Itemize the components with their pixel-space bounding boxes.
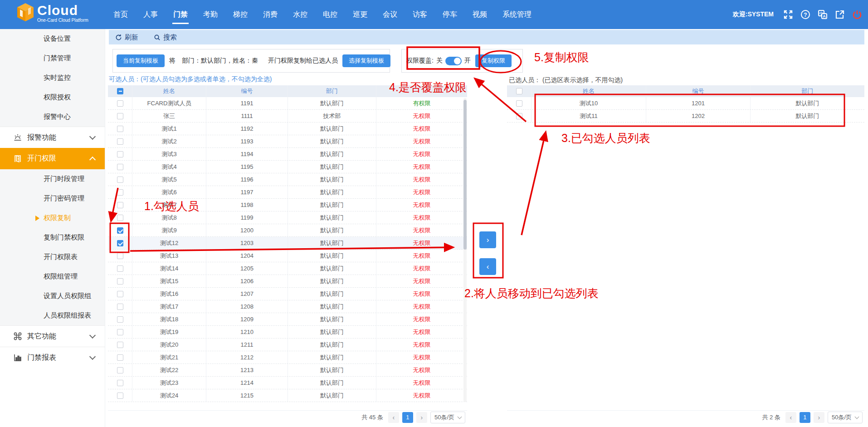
table-row[interactable]: 测试221213默认部门无权限 [108,364,467,377]
table-row[interactable]: 测试161207默认部门无权限 [108,288,467,300]
sidebar-item-device-location[interactable]: 设备位置 [0,29,105,49]
table-row[interactable]: 测试101201默认部门 [507,97,864,110]
page-size-select[interactable]: 50条/页 [828,412,863,423]
table-row[interactable]: 测试201211默认部门无权限 [108,339,467,351]
nav-item-video[interactable]: 视频 [472,8,488,21]
table-row[interactable]: 测试81199默认部门无权限 [108,211,467,224]
row-checkbox[interactable] [117,100,123,107]
sidebar-item-alarm-center[interactable]: 报警中心 [0,107,105,127]
row-checkbox[interactable] [516,100,522,107]
row-checkbox[interactable] [117,189,123,196]
left-table-scrollbar[interactable] [463,98,467,402]
nav-item-electric[interactable]: 电控 [322,8,338,21]
nav-item-visitor[interactable]: 访客 [412,8,428,21]
row-checkbox[interactable] [117,393,123,399]
row-checkbox[interactable] [516,113,522,119]
table-row[interactable]: 测试151206默认部门无权限 [108,275,467,288]
row-checkbox[interactable] [117,304,123,310]
row-checkbox[interactable] [117,380,123,386]
table-row[interactable]: 测试241215默认部门无权限 [108,389,467,402]
nav-item-consume[interactable]: 消费 [262,8,278,21]
row-checkbox[interactable] [117,329,123,335]
table-row[interactable]: 测试41195默认部门无权限 [108,161,467,173]
help-icon[interactable]: ? [800,9,811,20]
table-row[interactable]: 测试71198默认部门无权限 [108,199,467,211]
row-checkbox[interactable] [117,367,123,373]
prev-page-button[interactable]: ‹ [388,412,399,423]
table-row[interactable]: 测试31194默认部门无权限 [108,148,467,161]
scrollbar-thumb[interactable] [463,100,467,250]
row-checkbox[interactable] [117,138,123,145]
new-window-icon[interactable] [834,9,845,20]
current-template-button[interactable]: 当前复制模板 [117,54,165,67]
sidebar-item-door-report[interactable]: 门禁报表 [0,347,105,368]
sidebar-item-other-func[interactable]: 其它功能 [0,325,105,347]
sidebar-item-open-pwd-mgmt[interactable]: 开门密码管理 [0,189,105,208]
table-row[interactable]: FCARD测试人员1191默认部门有权限 [108,97,467,110]
sidebar-item-set-person-perm-group[interactable]: 设置人员权限组 [0,286,105,306]
copy-permission-button[interactable]: 复制权限 [475,54,512,67]
nav-item-hr[interactable]: 人事 [142,8,159,21]
table-row[interactable]: 测试181209默认部门无权限 [108,313,467,326]
table-row[interactable]: 测试231214默认部门无权限 [108,377,467,389]
table-row[interactable]: 测试121203默认部门无权限 [108,237,467,250]
move-right-button[interactable]: › [479,231,496,248]
nav-item-meeting[interactable]: 会议 [382,8,398,21]
prev-page-button[interactable]: ‹ [785,412,796,423]
row-checkbox[interactable] [117,202,123,208]
next-page-button[interactable]: › [416,412,427,423]
row-checkbox[interactable] [117,177,123,183]
table-row[interactable]: 测试91200默认部门无权限 [108,224,467,237]
row-checkbox[interactable] [117,227,123,234]
select-all-checkbox-right[interactable] [516,88,522,94]
sidebar-item-person-perm-group-report[interactable]: 人员权限组报表 [0,306,105,325]
table-row[interactable]: 测试51196默认部门无权限 [108,173,467,186]
sidebar-item-perm-auth[interactable]: 权限授权 [0,88,105,107]
table-row[interactable]: 测试141205默认部门无权限 [108,262,467,275]
row-checkbox[interactable] [117,354,123,361]
select-all-checkbox[interactable] [117,88,123,94]
sidebar-item-alarm-func[interactable]: 报警功能 [0,127,105,148]
nav-item-system[interactable]: 系统管理 [502,8,532,21]
row-checkbox[interactable] [117,278,123,285]
power-icon[interactable] [852,9,863,20]
row-checkbox[interactable] [117,316,123,323]
choose-template-button[interactable]: 选择复制模板 [342,54,390,67]
nav-item-attendance[interactable]: 考勤 [202,8,219,21]
sidebar-item-realtime-monitor[interactable]: 实时监控 [0,68,105,88]
sidebar-item-perm-group-mgmt[interactable]: 权限组管理 [0,267,105,286]
current-page[interactable]: 1 [800,412,810,423]
translate-icon[interactable]: 中A [817,9,828,20]
table-row[interactable]: 测试191210默认部门无权限 [108,326,467,339]
refresh-button[interactable]: 刷新 [115,33,138,42]
table-row[interactable]: 测试131204默认部门无权限 [108,250,467,262]
row-checkbox[interactable] [117,240,123,246]
row-checkbox[interactable] [117,291,123,297]
nav-item-home[interactable]: 首页 [112,8,129,21]
nav-item-parking[interactable]: 停车 [442,8,458,21]
sidebar-item-open-door-perm[interactable]: 开门权限 [0,148,105,169]
next-page-button[interactable]: › [814,412,824,423]
row-checkbox[interactable] [117,215,123,221]
row-checkbox[interactable] [117,253,123,259]
search-button[interactable]: 搜索 [154,33,177,42]
sidebar-item-open-time-mgmt[interactable]: 开门时段管理 [0,169,105,189]
row-checkbox[interactable] [117,342,123,348]
sidebar-item-door-mgmt[interactable]: 门禁管理 [0,49,105,68]
sidebar-item-open-perm-table[interactable]: 开门权限表 [0,247,105,267]
row-checkbox[interactable] [117,164,123,170]
table-row[interactable]: 测试11192默认部门无权限 [108,123,467,135]
nav-item-water[interactable]: 水控 [292,8,308,21]
nav-item-door[interactable]: 门禁 [172,8,189,21]
row-checkbox[interactable] [117,151,123,157]
row-checkbox[interactable] [117,265,123,272]
table-row[interactable]: 测试171208默认部门无权限 [108,300,467,313]
sidebar-item-copy-door-perm[interactable]: 复制门禁权限 [0,228,105,247]
nav-item-elevator[interactable]: 梯控 [232,8,249,21]
row-checkbox[interactable] [117,126,123,132]
row-checkbox[interactable] [117,113,123,119]
table-row[interactable]: 测试21193默认部门无权限 [108,135,467,148]
nav-item-patrol[interactable]: 巡更 [352,8,368,21]
table-row[interactable]: 测试111202默认部门 [507,110,864,123]
table-row[interactable]: 测试211212默认部门无权限 [108,351,467,364]
